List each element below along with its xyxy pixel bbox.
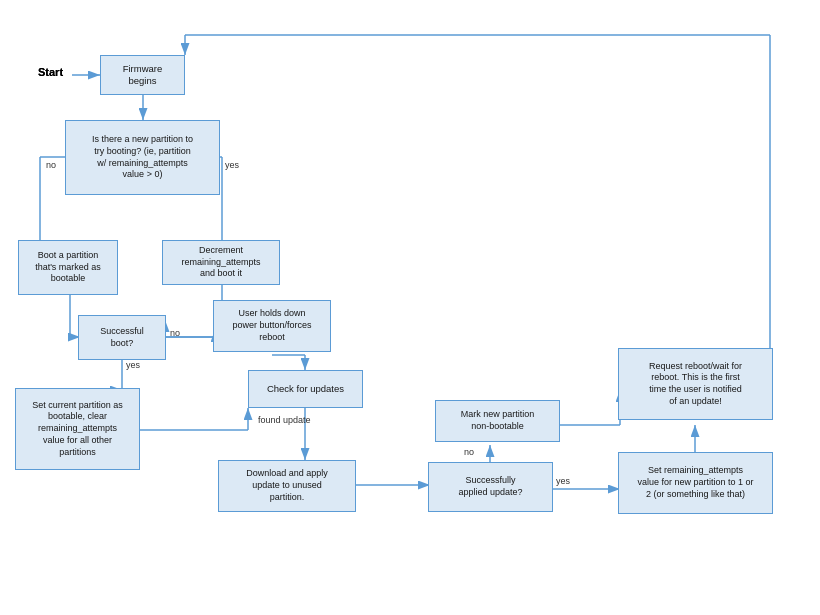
- diagram-container: Start Firmware begins Is there a new par…: [0, 0, 820, 615]
- boot-bootable-label: Boot a partition that's marked as bootab…: [35, 250, 101, 285]
- found-update-label: found update: [258, 415, 311, 425]
- successful-boot-label: Successful boot?: [100, 326, 144, 349]
- no2-label: no: [170, 328, 180, 338]
- user-holds-label: User holds down power button/forces rebo…: [232, 308, 311, 343]
- decrement-label: Decrement remaining_attempts and boot it: [181, 245, 260, 280]
- request-reboot-box: Request reboot/wait for reboot. This is …: [618, 348, 773, 420]
- new-partition-label: Is there a new partition to try booting?…: [92, 134, 193, 181]
- start-text: Start: [38, 66, 63, 78]
- yes1-label: yes: [225, 160, 239, 170]
- yes2-label: yes: [126, 360, 140, 370]
- no1-label: no: [46, 160, 56, 170]
- successfully-applied-box: Successfully applied update?: [428, 462, 553, 512]
- boot-bootable-box: Boot a partition that's marked as bootab…: [18, 240, 118, 295]
- mark-non-bootable-label: Mark new partition non-bootable: [461, 409, 535, 432]
- firmware-begins-box: Firmware begins: [100, 55, 185, 95]
- successfully-applied-label: Successfully applied update?: [458, 475, 522, 498]
- user-holds-box: User holds down power button/forces rebo…: [213, 300, 331, 352]
- decrement-box: Decrement remaining_attempts and boot it: [162, 240, 280, 285]
- set-remaining-box: Set remaining_attempts value for new par…: [618, 452, 773, 514]
- mark-non-bootable-box: Mark new partition non-bootable: [435, 400, 560, 442]
- check-updates-box: Check for updates: [248, 370, 363, 408]
- yes3-label: yes: [556, 476, 570, 486]
- firmware-begins-label: Firmware begins: [123, 63, 163, 88]
- check-updates-label: Check for updates: [267, 383, 344, 395]
- set-current-label: Set current partition as bootable, clear…: [32, 400, 123, 458]
- new-partition-box: Is there a new partition to try booting?…: [65, 120, 220, 195]
- successful-boot-box: Successful boot?: [78, 315, 166, 360]
- set-current-box: Set current partition as bootable, clear…: [15, 388, 140, 470]
- set-remaining-label: Set remaining_attempts value for new par…: [637, 465, 753, 500]
- download-apply-box: Download and apply update to unused part…: [218, 460, 356, 512]
- request-reboot-label: Request reboot/wait for reboot. This is …: [649, 361, 742, 408]
- download-apply-label: Download and apply update to unused part…: [246, 468, 328, 503]
- no3-label: no: [464, 447, 474, 457]
